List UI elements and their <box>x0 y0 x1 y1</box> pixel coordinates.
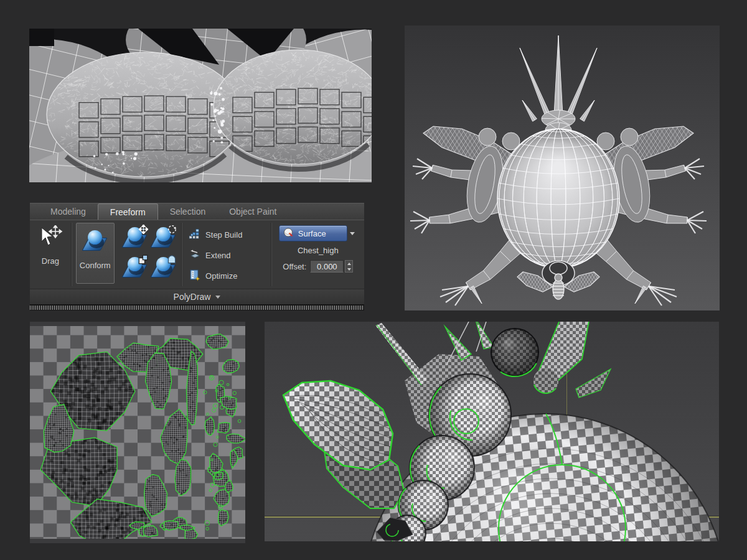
build-tools: Step Build Extend <box>182 220 271 289</box>
extend-icon <box>189 248 201 263</box>
spinner-up-icon <box>347 263 351 265</box>
surface-section: Surface Chest_high Offset: <box>272 220 364 289</box>
tab-object-paint[interactable]: Object Paint <box>217 203 288 220</box>
chevron-down-icon <box>350 232 355 235</box>
polydraw-panel-footer[interactable]: PolyDraw <box>30 289 364 304</box>
viewport-creature-top <box>405 26 720 310</box>
surface-sphere-icon <box>283 227 294 240</box>
conform-move-brush-button[interactable] <box>121 223 149 253</box>
step-build-label: Step Build <box>205 230 242 240</box>
conform-scale-brush-icon <box>123 256 147 279</box>
ribbon-panel: Modeling Freeform Selection Object Paint <box>30 203 364 304</box>
viewport-chest-wireframe <box>29 29 372 182</box>
conform-variant-grid <box>121 223 178 282</box>
surface-label: Surface <box>298 229 326 238</box>
screenshot-collage: Modeling Freeform Selection Object Paint <box>0 0 747 560</box>
drag-cursor-icon <box>38 225 63 251</box>
polydraw-label: PolyDraw <box>174 292 211 302</box>
conform-relax-brush-icon <box>152 256 176 279</box>
chest-wireframe-canvas[interactable] <box>29 29 372 182</box>
surface-button[interactable]: Surface <box>279 225 347 241</box>
conform-button[interactable]: Conform <box>76 223 115 284</box>
spinner-down-icon <box>347 268 351 271</box>
conform-relax-brush-button[interactable] <box>149 253 178 282</box>
optimize-button[interactable]: Optimize <box>189 266 271 286</box>
ribbon-body: Drag Conform <box>30 220 364 289</box>
tab-selection[interactable]: Selection <box>158 203 218 220</box>
drag-label: Drag <box>42 256 59 266</box>
drag-tool[interactable]: Drag <box>30 220 71 289</box>
conform-rotate-brush-icon <box>152 226 176 249</box>
step-build-button[interactable]: Step Build <box>189 225 271 245</box>
tab-freeform[interactable]: Freeform <box>98 203 158 220</box>
tab-modeling[interactable]: Modeling <box>39 203 98 220</box>
chevron-down-icon <box>215 296 220 299</box>
film-strip-texture <box>30 304 364 310</box>
extend-label: Extend <box>205 251 230 260</box>
step-build-icon <box>189 228 201 243</box>
ribbon-tab-strip: Modeling Freeform Selection Object Paint <box>30 203 364 220</box>
offset-label: Offset: <box>283 262 306 271</box>
optimize-label: Optimize <box>205 271 237 281</box>
perspective-canvas[interactable] <box>265 322 719 541</box>
creature-top-canvas[interactable] <box>405 26 720 310</box>
conform-tools: Conform <box>72 220 181 289</box>
conform-move-brush-icon <box>123 226 147 249</box>
offset-spinner[interactable] <box>345 260 353 273</box>
optimize-icon <box>189 269 201 284</box>
conform-label: Conform <box>80 261 111 270</box>
surface-object-name: Chest_high <box>298 246 339 255</box>
conform-scale-brush-button[interactable] <box>121 253 149 282</box>
perspective-viewport <box>265 322 719 541</box>
uv-editor-viewport <box>30 322 245 543</box>
extend-button[interactable]: Extend <box>189 245 271 266</box>
uv-layout-canvas[interactable] <box>30 322 245 543</box>
offset-input[interactable] <box>310 260 344 273</box>
conform-brush-icon <box>83 230 107 252</box>
surface-dropdown-arrow[interactable] <box>347 225 357 241</box>
offset-control: Offset: <box>283 260 353 273</box>
conform-rotate-brush-button[interactable] <box>149 223 178 253</box>
